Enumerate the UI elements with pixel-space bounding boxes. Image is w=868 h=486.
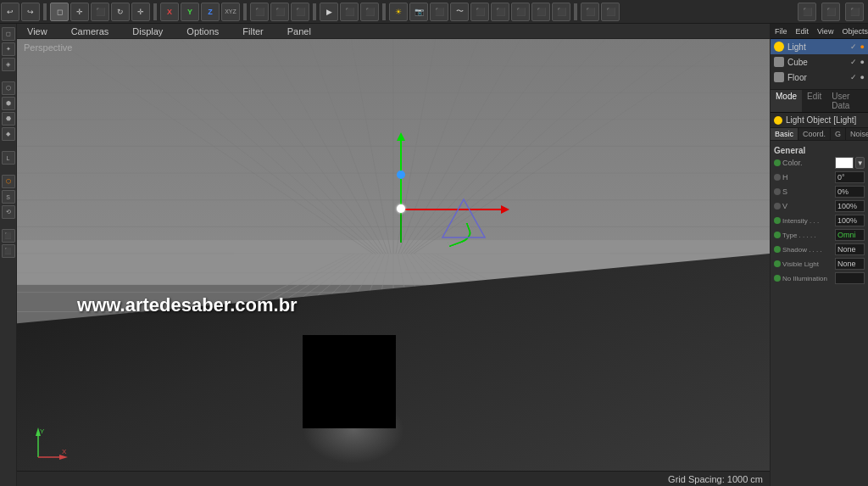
obj-item-cube[interactable]: Cube ✓ ● bbox=[771, 54, 868, 70]
tool-z[interactable]: Z bbox=[201, 3, 220, 21]
snap2-btn[interactable]: ⬛ bbox=[601, 3, 620, 21]
left-btn-9[interactable]: ⬡ bbox=[2, 175, 15, 188]
mat-btn[interactable]: ⬛ bbox=[491, 3, 509, 21]
deform-btn[interactable]: 〜 bbox=[450, 3, 469, 21]
left-toolbar: ◻ ✦ ◈ ⬡ ⬢ ⬣ ◆ L ⬡ S ⟲ ⬛ ⬛ bbox=[0, 24, 17, 486]
menu-filter[interactable]: Filter bbox=[236, 24, 270, 38]
svg-text:Y: Y bbox=[40, 427, 45, 435]
tab-edit[interactable]: Edit bbox=[802, 90, 826, 112]
obj3-btn[interactable]: ⬛ bbox=[291, 3, 309, 21]
viewport[interactable]: Perspective bbox=[17, 39, 770, 486]
left-btn-6[interactable]: ⬣ bbox=[2, 112, 15, 126]
separator-6 bbox=[574, 3, 577, 20]
tool-x[interactable]: X bbox=[160, 3, 179, 21]
light-btn[interactable]: ☀ bbox=[389, 3, 408, 21]
obj-name-light: Light bbox=[787, 42, 806, 52]
prop-subtabs: Basic Coord. G Noise Lens P bbox=[771, 128, 868, 141]
topright-btn3[interactable]: ⬛ bbox=[845, 3, 864, 21]
right-panel: File Edit View Objects Light ✓ ● Cube ✓ … bbox=[770, 24, 868, 486]
tool-y[interactable]: Y bbox=[181, 3, 199, 21]
color-picker-btn[interactable]: ▼ bbox=[855, 157, 865, 169]
rmenu-file[interactable]: File bbox=[772, 24, 790, 38]
tab-userdata[interactable]: User Data bbox=[826, 90, 868, 112]
prop-dot-shadow bbox=[774, 246, 781, 253]
light-check[interactable]: ✓ bbox=[850, 42, 857, 51]
extra-btn[interactable]: ⬛ bbox=[552, 3, 570, 21]
separator-3 bbox=[243, 3, 247, 20]
topright-btn1[interactable]: ⬛ bbox=[798, 3, 816, 21]
value-visible-light[interactable]: None bbox=[835, 258, 865, 270]
left-btn-5[interactable]: ⬢ bbox=[2, 97, 15, 110]
left-btn-13[interactable]: ⬛ bbox=[2, 244, 15, 258]
render1-btn[interactable]: ▶ bbox=[320, 3, 338, 21]
scale-btn[interactable]: ⬛ bbox=[91, 3, 109, 21]
menu-options[interactable]: Options bbox=[180, 24, 225, 38]
obj-item-light[interactable]: Light ✓ ● bbox=[771, 39, 868, 54]
separator-2 bbox=[153, 3, 157, 20]
rotate-btn[interactable]: ↻ bbox=[111, 3, 130, 21]
tab-mode[interactable]: Mode bbox=[771, 90, 802, 112]
value-h[interactable]: 0° bbox=[835, 171, 865, 183]
left-btn-8[interactable]: L bbox=[2, 151, 15, 165]
render2-btn[interactable]: ⬛ bbox=[340, 3, 359, 21]
rmenu-edit[interactable]: Edit bbox=[793, 24, 812, 38]
prop-dot-no-illumination bbox=[774, 275, 781, 282]
viewport-menubar: View Cameras Display Options Filter Pane… bbox=[17, 24, 770, 39]
rmenu-view[interactable]: View bbox=[815, 24, 836, 38]
value-type[interactable]: Omni bbox=[835, 229, 865, 241]
obj-btn[interactable]: ⬛ bbox=[430, 3, 448, 21]
left-btn-7[interactable]: ◆ bbox=[2, 127, 15, 141]
prop-row-intensity: Intensity . . . 100% bbox=[774, 215, 865, 226]
render3-btn[interactable]: ⬛ bbox=[360, 3, 379, 21]
left-btn-12[interactable]: ⬛ bbox=[2, 229, 15, 243]
prop-row-shadow: Shadow . . . . None bbox=[774, 243, 865, 255]
menu-view[interactable]: View bbox=[20, 24, 54, 38]
move-btn[interactable]: ✛ bbox=[70, 3, 89, 21]
left-btn-2[interactable]: ✦ bbox=[2, 42, 15, 56]
subtab-g[interactable]: G bbox=[831, 128, 846, 140]
prop-row-color: Color. ▼ bbox=[774, 157, 865, 169]
value-intensity[interactable]: 100% bbox=[835, 215, 865, 226]
subtab-coord[interactable]: Coord. bbox=[798, 128, 831, 140]
label-v: V bbox=[782, 202, 833, 210]
redo-btn[interactable]: ↪ bbox=[21, 3, 40, 21]
scene-btn[interactable]: ⬛ bbox=[470, 3, 489, 21]
tag-btn[interactable]: ⬛ bbox=[511, 3, 530, 21]
value-shadow[interactable]: None bbox=[835, 243, 865, 255]
subtab-basic[interactable]: Basic bbox=[771, 128, 798, 140]
anim-btn[interactable]: ⬛ bbox=[531, 3, 550, 21]
subtab-noise[interactable]: Noise bbox=[846, 128, 868, 140]
left-btn-1[interactable]: ◻ bbox=[2, 27, 15, 41]
rmenu-objects[interactable]: Objects bbox=[839, 24, 868, 38]
value-s[interactable]: 0% bbox=[835, 186, 865, 198]
select-btn[interactable]: ◻ bbox=[50, 3, 69, 21]
left-btn-10[interactable]: S bbox=[2, 190, 15, 204]
prop-dot-intensity bbox=[774, 217, 781, 224]
topright-btn2[interactable]: ⬛ bbox=[821, 3, 840, 21]
cube-check[interactable]: ✓ bbox=[850, 58, 857, 66]
label-intensity: Intensity . . . bbox=[782, 217, 833, 225]
left-btn-4[interactable]: ⬡ bbox=[2, 81, 15, 95]
left-btn-11[interactable]: ⟲ bbox=[2, 205, 15, 219]
prop-dot-type bbox=[774, 232, 781, 238]
obj2-btn[interactable]: ⬛ bbox=[270, 3, 289, 21]
perspective-label: Perspective bbox=[24, 42, 72, 53]
obj1-btn[interactable]: ⬛ bbox=[250, 3, 269, 21]
tool-xyz[interactable]: XYZ bbox=[221, 3, 240, 21]
prop-row-h: H 0° bbox=[774, 171, 865, 183]
value-v[interactable]: 100% bbox=[835, 200, 865, 212]
color-swatch[interactable] bbox=[835, 157, 854, 169]
tool5-btn[interactable]: ✛ bbox=[131, 3, 150, 21]
menu-display[interactable]: Display bbox=[125, 24, 170, 38]
menu-cameras[interactable]: Cameras bbox=[64, 24, 116, 38]
snap-btn[interactable]: ⬛ bbox=[581, 3, 599, 21]
value-no-illumination[interactable] bbox=[835, 272, 865, 284]
prop-light-icon bbox=[774, 116, 782, 125]
obj-item-floor[interactable]: Floor ✓ ● bbox=[771, 70, 868, 85]
menu-panel[interactable]: Panel bbox=[281, 24, 318, 38]
svg-text:X: X bbox=[62, 448, 67, 455]
cam-btn[interactable]: 📷 bbox=[409, 3, 428, 21]
left-btn-3[interactable]: ◈ bbox=[2, 58, 15, 71]
floor-check[interactable]: ✓ bbox=[850, 73, 857, 81]
undo-btn[interactable]: ↩ bbox=[1, 3, 19, 21]
